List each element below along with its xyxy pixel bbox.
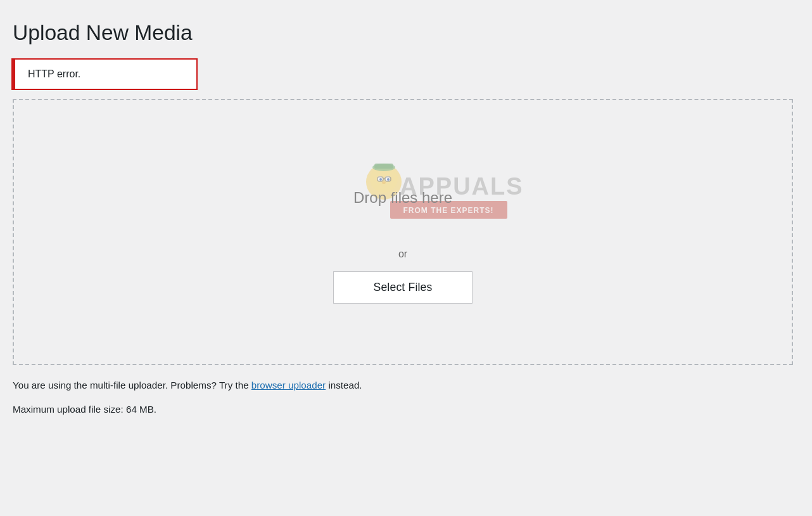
svg-text:FROM THE EXPERTS!: FROM THE EXPERTS!	[403, 206, 493, 215]
page-title: Upload New Media	[13, 19, 793, 47]
svg-rect-3	[374, 164, 393, 169]
or-separator: or	[398, 248, 407, 260]
error-message: HTTP error.	[28, 68, 80, 79]
error-notice: HTTP error.	[13, 60, 196, 89]
multi-file-info: You are using the multi-file uploader. P…	[13, 378, 793, 393]
drop-text: Drop files here	[353, 189, 452, 207]
select-files-button[interactable]: Select Files	[333, 271, 473, 304]
max-upload-size: Maximum upload file size: 64 MB.	[13, 402, 793, 417]
upload-drop-zone[interactable]: APPUALS FROM THE EXPERTS! Drop files her…	[13, 99, 793, 365]
info-text-after: instead.	[326, 380, 362, 390]
watermark-area: APPUALS FROM THE EXPERTS! Drop files her…	[282, 160, 523, 236]
info-text-before: You are using the multi-file uploader. P…	[13, 380, 251, 390]
svg-point-11	[382, 181, 386, 184]
browser-uploader-link[interactable]: browser uploader	[251, 380, 326, 390]
svg-point-7	[387, 178, 390, 181]
svg-point-6	[379, 178, 382, 181]
